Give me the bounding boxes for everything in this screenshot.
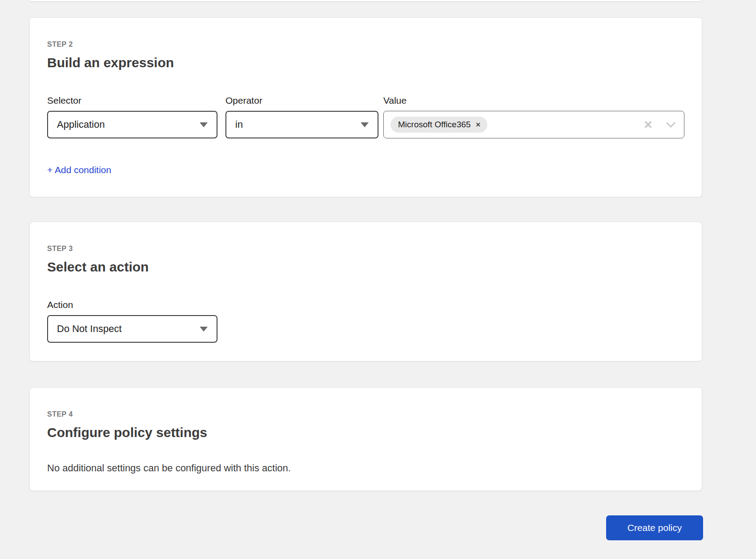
no-settings-note: No additional settings can be configured… (47, 462, 684, 474)
value-multiselect[interactable]: Microsoft Office365 ✕ ✕ (383, 111, 684, 138)
selector-label: Selector (47, 95, 217, 106)
step2-title: Build an expression (47, 55, 684, 71)
previous-card-bottom-edge (29, 0, 702, 2)
step4-card: STEP 4 Configure policy settings No addi… (29, 387, 702, 491)
chevron-down-icon (200, 122, 208, 127)
value-tag-label: Microsoft Office365 (398, 120, 470, 130)
chevron-down-icon[interactable] (666, 118, 676, 127)
action-label: Action (47, 299, 684, 311)
chevron-down-icon (361, 122, 369, 127)
value-tag: Microsoft Office365 ✕ (390, 117, 487, 133)
step3-card: STEP 3 Select an action Action Do Not In… (29, 222, 702, 361)
action-dropdown[interactable]: Do Not Inspect (47, 315, 217, 343)
clear-field-icon[interactable]: ✕ (643, 119, 653, 130)
create-policy-button[interactable]: Create policy (606, 515, 703, 540)
action-dropdown-value: Do Not Inspect (57, 323, 122, 335)
step2-eyebrow: STEP 2 (47, 40, 684, 49)
step3-title: Select an action (47, 259, 684, 275)
step2-card: STEP 2 Build an expression Selector Appl… (29, 17, 702, 197)
selector-column: Selector Application (47, 95, 217, 138)
operator-dropdown[interactable]: in (225, 111, 378, 138)
remove-tag-icon[interactable]: ✕ (475, 122, 481, 128)
step4-eyebrow: STEP 4 (47, 410, 684, 418)
add-condition-link[interactable]: + Add condition (47, 164, 111, 176)
operator-dropdown-value: in (235, 119, 243, 130)
step4-title: Configure policy settings (47, 425, 684, 441)
selector-dropdown[interactable]: Application (47, 111, 217, 138)
value-column: Value Microsoft Office365 ✕ ✕ (383, 95, 684, 138)
value-label: Value (383, 95, 684, 106)
operator-label: Operator (225, 95, 378, 106)
selector-dropdown-value: Application (57, 119, 105, 130)
chevron-down-icon (200, 327, 208, 332)
step3-eyebrow: STEP 3 (47, 244, 684, 253)
operator-column: Operator in (225, 95, 378, 138)
expression-fields-row: Selector Application Operator in Value M… (47, 95, 684, 138)
